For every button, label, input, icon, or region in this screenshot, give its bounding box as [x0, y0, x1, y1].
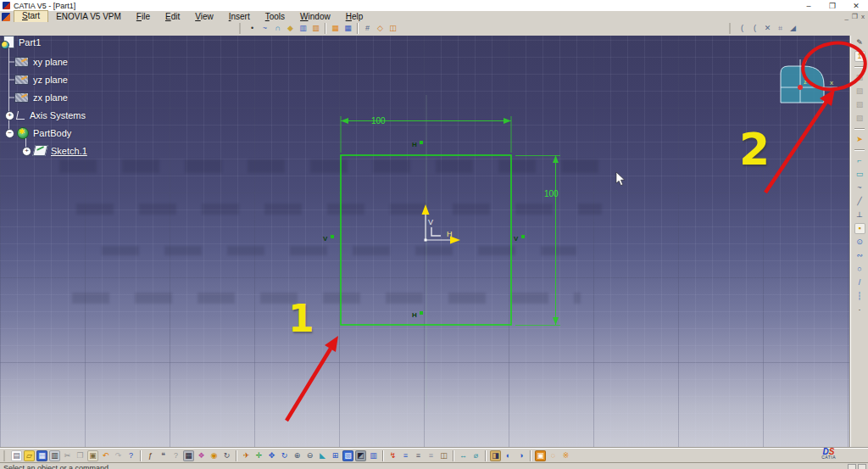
tree-item-sketch1[interactable]: Sketch.1 [34, 145, 87, 156]
quick-view-icon[interactable]: ▥ [368, 450, 379, 461]
comment-icon[interactable]: ❝ [158, 450, 169, 461]
compass[interactable]: y z x [781, 57, 837, 103]
circle-icon[interactable]: ⊙ [854, 237, 865, 248]
sketch-origin-axes[interactable]: V H [422, 204, 461, 244]
axis-line-icon[interactable]: ┆ [854, 291, 865, 302]
view-cube-4-icon[interactable]: ▧ [854, 113, 865, 124]
tree-item-part1[interactable]: Part1 [3, 36, 41, 48]
tree-item-yz-plane[interactable]: yz plane [14, 75, 68, 85]
measure-item-icon[interactable]: ⌀ [470, 450, 481, 461]
print-icon[interactable]: ▥ [49, 450, 60, 461]
view-cube-1-icon[interactable]: ▧ [854, 72, 865, 83]
tree-item-axis-systems[interactable]: Axis Systems [17, 110, 86, 120]
toolbar-handle[interactable] [3, 450, 8, 461]
more-tools-icon[interactable]: · [854, 304, 865, 315]
mdi-restore-button[interactable]: ❐ [852, 13, 858, 20]
undo-icon[interactable]: ↶ [100, 450, 111, 461]
menu-help[interactable]: Help [338, 11, 371, 22]
open-folder-icon[interactable]: ▱ [24, 450, 35, 461]
menu-tools[interactable]: Tools [258, 11, 292, 22]
constraint-symbols[interactable]: H H V V [323, 141, 525, 319]
list-blue-icon[interactable]: ≡ [400, 450, 411, 461]
menu-file[interactable]: File [129, 11, 158, 22]
line-icon[interactable]: / [854, 277, 865, 288]
spline-tool-icon[interactable]: ~ [259, 23, 270, 34]
whats-this-icon[interactable]: ? [125, 450, 136, 461]
zoom-in-icon[interactable]: ⊕ [292, 450, 303, 461]
macros-icon[interactable]: ※ [560, 450, 571, 461]
exit-door-icon[interactable]: ◫ [438, 450, 449, 461]
tree-item-xy-plane[interactable]: xy plane [14, 57, 68, 67]
menu-insert[interactable]: Insert [221, 11, 258, 22]
arc-corner-2-icon[interactable]: ( [749, 23, 760, 34]
mdi-close-button[interactable]: x [861, 13, 865, 20]
lock-icon[interactable]: ◉ [209, 450, 220, 461]
close-button[interactable]: ✕ [844, 2, 868, 10]
arc-corner-icon[interactable]: ( [737, 23, 748, 34]
snap-point-icon[interactable]: # [362, 23, 373, 34]
fly-mode-icon[interactable]: ✈ [241, 450, 252, 461]
render-style-icon[interactable]: ◩ [355, 450, 366, 461]
update-icon[interactable]: ↻ [221, 450, 232, 461]
menu-window[interactable]: Window [292, 11, 338, 22]
list-gray-icon[interactable]: ≡ [426, 450, 437, 461]
chamfer-icon[interactable]: ✕ [762, 23, 773, 34]
fit-all-in-icon[interactable]: ✛ [253, 450, 264, 461]
apply-material-icon[interactable]: ◨ [490, 450, 501, 461]
compass-origin-dot[interactable] [798, 85, 803, 90]
spline-clip-icon[interactable]: ~ [854, 182, 865, 193]
graph-update-icon[interactable]: ↯ [387, 450, 398, 461]
view-cube-3-icon[interactable]: ▧ [854, 99, 865, 110]
save-icon[interactable]: ▦ [36, 450, 47, 461]
sketch-tools-icon[interactable]: ✎ [854, 37, 865, 48]
menu-start[interactable]: Start [14, 10, 48, 23]
axis-system-icon[interactable]: ⊥ [854, 209, 865, 221]
trim-icon[interactable]: ⌗ [775, 23, 786, 34]
catalog-icon[interactable]: ▣ [535, 450, 546, 461]
swap-visible-space-icon[interactable]: ◐ [503, 450, 514, 461]
tree-item-zx-plane[interactable]: zx plane [14, 92, 68, 103]
select-arrow-icon[interactable]: ➤ [854, 134, 865, 145]
cut-icon[interactable]: ✂ [62, 450, 73, 461]
formula-icon[interactable]: ƒ [145, 450, 156, 461]
dimension-right-value[interactable]: 100 [544, 189, 559, 198]
menu-view[interactable]: View [187, 11, 221, 22]
rectangle-icon[interactable]: ▭ [854, 169, 865, 180]
expander-sketch1[interactable]: + [22, 147, 31, 156]
paste-icon[interactable]: ▣ [87, 450, 98, 461]
menu-edit[interactable]: Edit [158, 11, 187, 22]
arc-tool-icon[interactable]: ∩ [272, 23, 283, 34]
point-by-click-icon[interactable]: ▪ [854, 223, 865, 234]
list-edit-icon[interactable]: ≡ [413, 450, 424, 461]
minimize-button[interactable]: – [797, 2, 821, 10]
menu-enovia[interactable]: ENOVIA V5 VPM [48, 11, 129, 22]
copy-icon[interactable]: ❐ [75, 450, 86, 461]
measure-between-icon[interactable]: ↔ [458, 450, 469, 461]
expander-axis-systems[interactable]: + [5, 111, 14, 120]
conic-icon[interactable]: ○ [854, 264, 865, 275]
snap-to-grid-icon[interactable]: ▦ [342, 23, 353, 34]
maximize-button[interactable]: ❐ [821, 2, 844, 10]
point-tool-icon[interactable]: • [247, 23, 258, 34]
rotate-icon[interactable]: ↻ [279, 450, 290, 461]
tree-item-partbody[interactable]: PartBody [17, 127, 71, 139]
catalog-blue-icon[interactable]: ▥ [298, 23, 309, 34]
mirror-icon[interactable]: ◢ [787, 23, 798, 34]
product-structure-icon[interactable]: ❖ [196, 450, 207, 461]
geometrical-constraints-icon[interactable]: ◇ [375, 23, 386, 34]
dimensional-constraints-icon[interactable]: ◫ [387, 23, 398, 34]
normal-view-icon[interactable]: ◣ [317, 450, 328, 461]
sketch-canvas[interactable]: 100 100 H H V V V [0, 36, 851, 448]
swap-space-2-icon[interactable]: ◑ [515, 450, 526, 461]
multi-view-icon[interactable]: ⊞ [330, 450, 341, 461]
dimension-top-value[interactable]: 100 [371, 116, 386, 126]
design-table-icon[interactable]: ▦ [183, 450, 194, 461]
eraser-tool-icon[interactable]: ◆ [285, 23, 296, 34]
spline-icon[interactable]: ∾ [854, 250, 865, 261]
exit-workbench-icon[interactable]: ↥ [854, 51, 865, 62]
profile-icon[interactable]: ⌐ [854, 155, 865, 166]
grid-icon[interactable]: ▦ [330, 23, 341, 34]
isometric-view-icon[interactable]: ▧ [342, 450, 353, 461]
view-cube-2-icon[interactable]: ▧ [854, 86, 865, 97]
3d-viewport[interactable]: 100 100 H H V V V [0, 36, 851, 448]
